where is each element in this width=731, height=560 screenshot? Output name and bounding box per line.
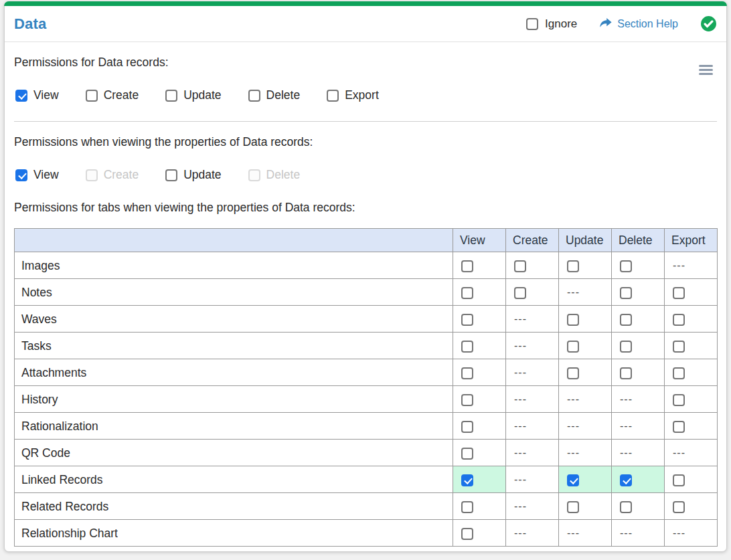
table-export-checkbox[interactable] bbox=[673, 474, 685, 486]
table-export-checkbox[interactable] bbox=[673, 341, 685, 353]
table-export-checkbox[interactable] bbox=[673, 421, 685, 433]
permission-cell-create[interactable] bbox=[506, 279, 559, 306]
table-delete-checkbox[interactable] bbox=[620, 314, 632, 326]
permission-cell-update: --- bbox=[559, 520, 612, 547]
permission-cell-view[interactable] bbox=[453, 252, 506, 279]
table-view-checkbox[interactable] bbox=[461, 474, 473, 486]
hamburger-menu-icon[interactable] bbox=[699, 65, 713, 75]
permission-cell-export[interactable] bbox=[665, 386, 718, 413]
table-view-checkbox[interactable] bbox=[461, 394, 473, 406]
table-view-checkbox[interactable] bbox=[461, 341, 473, 353]
permission-cell-export[interactable] bbox=[665, 493, 718, 520]
permission-cell-delete[interactable] bbox=[612, 466, 665, 493]
permission-option-view[interactable]: View bbox=[15, 168, 59, 182]
permission-cell-view[interactable] bbox=[453, 359, 506, 386]
table-update-checkbox[interactable] bbox=[567, 314, 579, 326]
tab-name-cell: Related Records bbox=[15, 493, 453, 520]
table-view-checkbox[interactable] bbox=[461, 528, 473, 540]
view-checkbox[interactable] bbox=[15, 90, 27, 102]
ignore-checkbox[interactable] bbox=[526, 18, 538, 30]
permission-cell-update[interactable] bbox=[559, 466, 612, 493]
permission-cell-delete[interactable] bbox=[612, 333, 665, 359]
permission-cell-view[interactable] bbox=[453, 520, 506, 547]
permission-cell-export[interactable] bbox=[665, 359, 718, 386]
permission-cell-view[interactable] bbox=[453, 279, 506, 306]
permission-cell-delete[interactable] bbox=[612, 252, 665, 279]
table-export-checkbox[interactable] bbox=[673, 367, 685, 379]
table-delete-checkbox[interactable] bbox=[620, 341, 632, 353]
permission-cell-update[interactable] bbox=[559, 252, 612, 279]
permission-cell-export[interactable] bbox=[665, 279, 718, 306]
table-export-checkbox[interactable] bbox=[673, 287, 685, 299]
table-view-checkbox[interactable] bbox=[461, 501, 473, 513]
record-permissions-row: ViewCreateUpdateDeleteExport bbox=[15, 88, 717, 102]
tab-name-cell: Relationship Chart bbox=[15, 520, 453, 547]
table-view-checkbox[interactable] bbox=[461, 314, 473, 326]
permission-cell-create: --- bbox=[506, 413, 559, 440]
table-create-checkbox[interactable] bbox=[514, 287, 526, 299]
permission-cell-create: --- bbox=[506, 466, 559, 493]
table-view-checkbox[interactable] bbox=[461, 367, 473, 379]
table-view-checkbox[interactable] bbox=[461, 287, 473, 299]
not-applicable-marker: --- bbox=[620, 447, 633, 458]
permission-cell-view[interactable] bbox=[453, 333, 506, 359]
view-checkbox[interactable] bbox=[15, 169, 27, 181]
table-delete-checkbox[interactable] bbox=[620, 474, 632, 486]
permission-cell-create[interactable] bbox=[506, 252, 559, 279]
update-checkbox[interactable] bbox=[165, 169, 177, 181]
permission-cell-update[interactable] bbox=[559, 359, 612, 386]
permission-cell-view[interactable] bbox=[453, 493, 506, 520]
permission-cell-view[interactable] bbox=[453, 386, 506, 413]
export-checkbox[interactable] bbox=[327, 90, 339, 102]
permission-cell-delete[interactable] bbox=[612, 359, 665, 386]
table-export-checkbox[interactable] bbox=[673, 314, 685, 326]
create-checkbox bbox=[86, 169, 98, 181]
table-row: Waves--- bbox=[15, 306, 718, 333]
permission-cell-export[interactable] bbox=[665, 413, 718, 440]
permission-cell-export[interactable] bbox=[665, 466, 718, 493]
table-delete-checkbox[interactable] bbox=[620, 501, 632, 513]
permission-option-delete[interactable]: Delete bbox=[248, 88, 301, 102]
permission-cell-export[interactable] bbox=[665, 306, 718, 333]
table-delete-checkbox[interactable] bbox=[620, 287, 632, 299]
permission-option-update[interactable]: Update bbox=[165, 88, 221, 102]
table-delete-checkbox[interactable] bbox=[620, 367, 632, 379]
create-checkbox[interactable] bbox=[86, 90, 98, 102]
permission-cell-create: --- bbox=[506, 359, 559, 386]
permission-cell-delete[interactable] bbox=[612, 279, 665, 306]
permission-cell-view[interactable] bbox=[453, 413, 506, 440]
permission-cell-delete[interactable] bbox=[612, 493, 665, 520]
table-update-checkbox[interactable] bbox=[567, 367, 579, 379]
permission-cell-view[interactable] bbox=[453, 466, 506, 493]
table-update-checkbox[interactable] bbox=[567, 474, 579, 486]
update-checkbox[interactable] bbox=[165, 90, 177, 102]
not-applicable-marker: --- bbox=[673, 447, 685, 458]
checkbox-label: Create bbox=[104, 88, 139, 102]
permission-cell-view[interactable] bbox=[453, 306, 506, 333]
table-update-checkbox[interactable] bbox=[567, 501, 579, 513]
table-delete-checkbox[interactable] bbox=[620, 260, 632, 272]
table-update-checkbox[interactable] bbox=[567, 260, 579, 272]
permission-option-update[interactable]: Update bbox=[165, 168, 221, 182]
permission-cell-view[interactable] bbox=[453, 440, 506, 466]
permission-option-create[interactable]: Create bbox=[86, 88, 139, 102]
delete-checkbox[interactable] bbox=[248, 90, 260, 102]
table-export-checkbox[interactable] bbox=[673, 394, 685, 406]
table-view-checkbox[interactable] bbox=[461, 421, 473, 433]
permission-cell-update: --- bbox=[559, 386, 612, 413]
permission-cell-update[interactable] bbox=[559, 306, 612, 333]
ignore-label: Ignore bbox=[545, 17, 577, 31]
section-help-link[interactable]: Section Help bbox=[599, 17, 678, 31]
ignore-control[interactable]: Ignore bbox=[526, 17, 577, 31]
table-view-checkbox[interactable] bbox=[461, 260, 473, 272]
permission-cell-update[interactable] bbox=[559, 333, 612, 359]
permission-cell-update[interactable] bbox=[559, 493, 612, 520]
table-view-checkbox[interactable] bbox=[461, 448, 473, 460]
table-create-checkbox[interactable] bbox=[514, 260, 526, 272]
table-export-checkbox[interactable] bbox=[673, 501, 685, 513]
permission-option-view[interactable]: View bbox=[15, 88, 59, 102]
permission-cell-delete[interactable] bbox=[612, 306, 665, 333]
permission-cell-export[interactable] bbox=[665, 333, 718, 359]
permission-option-export[interactable]: Export bbox=[327, 88, 379, 102]
table-update-checkbox[interactable] bbox=[567, 341, 579, 353]
